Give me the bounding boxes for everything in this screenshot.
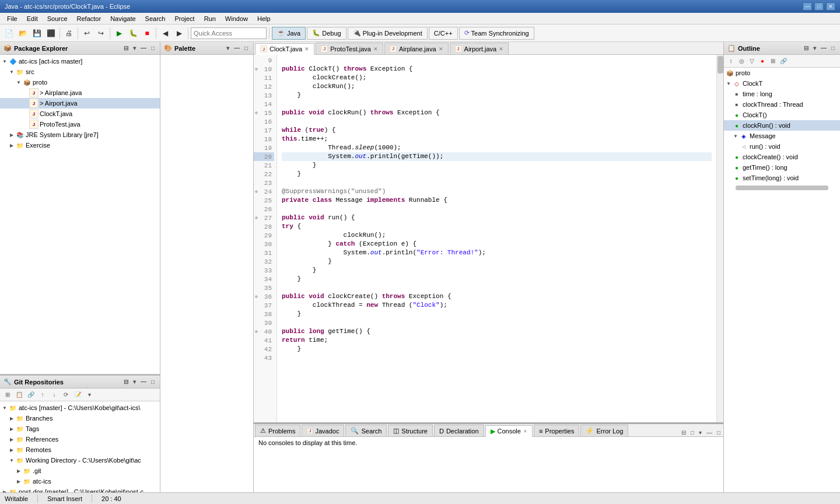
editor-tab-airplane[interactable]: J Airplane.java ✕ <box>384 43 449 54</box>
outline-hide-btn[interactable]: ◎ <box>737 57 746 66</box>
outline-expand-btn[interactable]: ● <box>758 57 767 66</box>
bottom-panel-btn1[interactable]: ⊟ <box>680 429 688 436</box>
menu-file[interactable]: File <box>2 14 22 23</box>
save-all-button[interactable]: ⬛ <box>44 27 57 40</box>
outline-item-clockt-class[interactable]: ▼ ◇ ClockT <box>724 78 840 89</box>
debug-button[interactable]: 🐛 <box>127 27 139 40</box>
pe-collapse-btn[interactable]: ⊟ <box>122 44 130 52</box>
bottom-tab-javadoc[interactable]: J Javadoc <box>302 425 344 436</box>
toggle-icon[interactable]: ▼ <box>725 80 732 87</box>
menu-project[interactable]: Project <box>170 14 199 23</box>
bottom-tab-properties[interactable]: ≡ Properties <box>534 425 580 436</box>
code-content[interactable]: public ClockT() throws Exception { clock… <box>277 55 716 422</box>
stop-button[interactable]: ■ <box>141 27 153 40</box>
palette-minimize-btn[interactable]: — <box>232 44 242 52</box>
git-maximize-btn[interactable]: □ <box>149 378 156 386</box>
perspective-team[interactable]: ⟳Team Synchronizing <box>459 27 534 40</box>
outline-item-clockrun[interactable]: ● clockRun() : void <box>724 120 840 131</box>
menu-navigate[interactable]: Navigate <box>106 14 140 23</box>
toggle-icon[interactable]: ▼ <box>8 68 15 75</box>
bottom-panel-btn3[interactable]: ▾ <box>697 429 704 436</box>
outline-scrollbar-thumb[interactable] <box>736 186 828 190</box>
git-tree-postdos[interactable]: ▶ 📁 post-dos [master] - C:\Users\Kobe\gi… <box>0 487 160 492</box>
toggle-icon[interactable]: ▶ <box>8 425 15 432</box>
tab-close-btn[interactable]: ✕ <box>304 46 309 52</box>
git-tree-remotes[interactable]: ▶ 📁 Remotes <box>0 444 160 455</box>
toggle-icon[interactable]: ▼ <box>8 457 15 464</box>
editor-scrollbar[interactable] <box>716 55 723 422</box>
git-tree-workdir[interactable]: ▼ 📁 Working Directory - C:\Users\Kobe\gi… <box>0 455 160 466</box>
tree-item-airplane[interactable]: J > Airplane.java <box>0 88 160 98</box>
close-button[interactable]: ✕ <box>826 2 835 10</box>
bottom-panel-btn4[interactable]: — <box>705 429 714 436</box>
outline-sort-btn[interactable]: ↕ <box>726 57 736 66</box>
toggle-icon[interactable]: ▶ <box>8 131 15 138</box>
editor-tab-prototest[interactable]: J ProtoTest.java ✕ <box>316 43 383 54</box>
bottom-tab-problems[interactable]: ⚠ Problems <box>255 425 300 436</box>
toggle-icon[interactable]: ▶ <box>8 446 15 453</box>
toggle-icon[interactable]: ▶ <box>15 467 22 474</box>
outline-item-proto[interactable]: 📦 proto <box>724 68 840 78</box>
toggle-icon[interactable]: ▼ <box>15 79 22 86</box>
outline-item-message[interactable]: ▼ ◈ Message <box>724 131 840 141</box>
outline-item-settime[interactable]: ● setTime(long) : void <box>724 173 840 183</box>
git-tree-gitfolder[interactable]: ▶ 📁 .git <box>0 466 160 476</box>
git-menu-btn[interactable]: ▾ <box>131 378 138 386</box>
bottom-tab-errorlog[interactable]: ⚡ Error Log <box>580 425 628 436</box>
new-button[interactable]: 📄 <box>2 27 15 40</box>
maximize-button[interactable]: □ <box>814 2 824 10</box>
outline-menu-btn[interactable]: ▾ <box>811 44 818 52</box>
bottom-panel-btn5[interactable]: □ <box>715 429 722 436</box>
git-minimize-btn[interactable]: — <box>139 378 148 386</box>
editor-tab-clockt[interactable]: J ClockT.java ✕ <box>255 43 314 55</box>
outline-collapse-all-btn[interactable]: ⊞ <box>768 57 778 66</box>
git-btn-6[interactable]: ⟳ <box>61 390 71 400</box>
menu-source[interactable]: Source <box>43 14 72 23</box>
tree-item-prototest[interactable]: J ProtoTest.java <box>0 119 160 130</box>
tab-close-btn[interactable]: ✕ <box>439 46 443 52</box>
outline-minimize-btn[interactable]: — <box>819 44 828 52</box>
tree-item-proto[interactable]: ▼ 📦 proto <box>0 77 160 88</box>
git-tree-references[interactable]: ▶ 📁 References <box>0 434 160 444</box>
git-tree-atcics-folder[interactable]: ▶ 📁 atc-ics <box>0 476 160 487</box>
tree-item-airport[interactable]: J > Airport.java <box>0 98 160 108</box>
back-button[interactable]: ◀ <box>159 27 172 40</box>
menu-edit[interactable]: Edit <box>22 14 43 23</box>
bottom-tab-search[interactable]: 🔍 Search <box>345 425 387 436</box>
outline-item-run[interactable]: ◁ run() : void <box>724 141 840 152</box>
bottom-tab-console[interactable]: ▶ Console ✕ <box>485 425 533 437</box>
git-tree-tags[interactable]: ▶ 📁 Tags <box>0 424 160 434</box>
toggle-icon[interactable]: ▶ <box>8 436 15 443</box>
git-btn-2[interactable]: 📋 <box>14 390 24 400</box>
toggle-icon[interactable]: ▶ <box>1 488 8 492</box>
git-collapse-btn[interactable]: ⊟ <box>122 378 130 386</box>
print-button[interactable]: 🖨 <box>62 27 75 40</box>
open-button[interactable]: 📂 <box>16 27 29 40</box>
outline-item-gettime[interactable]: ● getTime() : long <box>724 162 840 173</box>
pe-menu-btn[interactable]: ▾ <box>131 44 138 52</box>
outline-link-btn[interactable]: 🔗 <box>779 57 788 66</box>
run-button[interactable]: ▶ <box>113 27 125 40</box>
bottom-tab-structure[interactable]: ◫ Structure <box>388 425 433 436</box>
editor-tab-airport[interactable]: J Airport.java ✕ <box>450 43 509 54</box>
outline-filter-btn[interactable]: ▽ <box>747 57 757 66</box>
outline-item-time[interactable]: ■ time : long <box>724 89 840 99</box>
tree-item-atc-ics[interactable]: ▼ 🔷 atc-ics [act-ics master] <box>0 56 160 66</box>
palette-menu-btn[interactable]: ▾ <box>225 44 231 52</box>
perspective-java[interactable]: ☕Java <box>272 27 306 40</box>
quick-access-input[interactable] <box>191 27 267 39</box>
git-btn-1[interactable]: ⊞ <box>2 390 13 400</box>
redo-button[interactable]: ↪ <box>94 27 107 40</box>
perspective-cpp[interactable]: C/C++ <box>429 27 458 40</box>
menu-run[interactable]: Run <box>200 14 220 23</box>
minimize-button[interactable]: — <box>803 2 812 10</box>
outline-item-clockthread[interactable]: ■ clockThread : Thread <box>724 99 840 110</box>
bottom-tab-declaration[interactable]: D Declaration <box>434 425 484 436</box>
git-btn-5[interactable]: ↓ <box>49 390 60 400</box>
outline-maximize-btn[interactable]: □ <box>830 44 836 52</box>
pe-minimize-btn[interactable]: — <box>139 44 148 52</box>
git-btn-4[interactable]: ↑ <box>37 390 48 400</box>
toggle-icon[interactable]: ▼ <box>1 404 8 411</box>
git-btn-7[interactable]: 📝 <box>72 390 83 400</box>
git-tree-branches[interactable]: ▶ 📁 Branches <box>0 413 160 424</box>
